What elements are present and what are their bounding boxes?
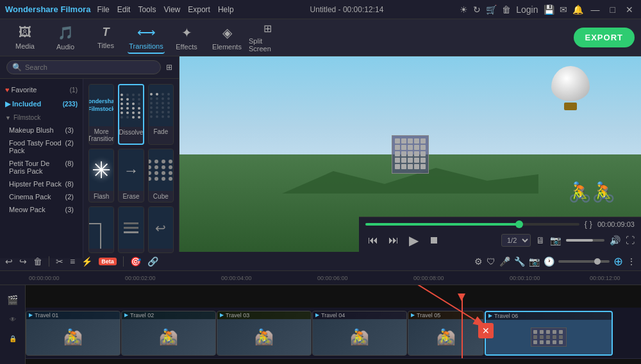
skip-back-button[interactable]: ⏮ bbox=[365, 233, 381, 247]
trash-icon[interactable]: 🗑 bbox=[502, 4, 511, 15]
timeline-transition-marker[interactable]: ✕ bbox=[478, 323, 494, 338]
sidebar-item-petit[interactable]: Petit Tour De Paris Pack (8) bbox=[0, 157, 83, 178]
track-eye-icon[interactable]: 👁 bbox=[10, 316, 16, 323]
track-label-lock[interactable]: 🔒 bbox=[0, 329, 25, 348]
clip-travel-03[interactable]: ▶ Travel 03 🚵 bbox=[217, 311, 312, 356]
cart-icon[interactable]: 🛒 bbox=[486, 4, 497, 15]
meow-label: Meow Pack bbox=[9, 206, 46, 213]
add-icon[interactable]: ⊕ bbox=[613, 254, 623, 269]
gear-icon[interactable]: ⚙ bbox=[474, 256, 483, 267]
menu-view[interactable]: View bbox=[163, 5, 180, 14]
screenshot-icon[interactable]: 📷 bbox=[550, 235, 561, 245]
snap-slider[interactable] bbox=[558, 260, 610, 263]
refresh-icon[interactable]: ↻ bbox=[473, 4, 481, 15]
sidebar-item-hipster[interactable]: Hipster Pet Pack (8) bbox=[0, 178, 83, 190]
menu-file[interactable]: File bbox=[97, 5, 109, 14]
clip-6-calendar bbox=[531, 327, 567, 347]
toolbar-transitions[interactable]: ⟷ Transitions bbox=[128, 22, 165, 54]
close-button[interactable]: ✕ bbox=[623, 4, 636, 15]
elements-icon: ◈ bbox=[222, 25, 232, 40]
transition-dissolve[interactable]: Dissolve bbox=[118, 84, 144, 145]
menu-edit[interactable]: Edit bbox=[117, 5, 131, 14]
sun-icon[interactable]: ☀ bbox=[460, 4, 468, 15]
sidebar-item-included[interactable]: ▶ Included (233) bbox=[0, 97, 83, 112]
eye-button[interactable]: 🎯 bbox=[130, 256, 141, 267]
transition-more[interactable]: WondershareFilmstock More Transition bbox=[88, 84, 114, 145]
save-icon[interactable]: 💾 bbox=[544, 4, 554, 15]
clip-6-play: ▶ bbox=[488, 313, 492, 318]
toolbar-titles[interactable]: T Titles bbox=[87, 22, 124, 54]
track-label-eye[interactable]: 👁 bbox=[0, 310, 25, 329]
play-button[interactable]: ▶ bbox=[406, 231, 421, 249]
ratio-select[interactable]: 1/2 1/1 1/4 bbox=[501, 234, 531, 247]
camera2-icon[interactable]: 📷 bbox=[529, 256, 540, 267]
tools2-icon[interactable]: 🔧 bbox=[514, 256, 525, 267]
search-box[interactable]: 🔍 bbox=[6, 60, 161, 74]
frame-back-button[interactable]: ⏭ bbox=[386, 233, 401, 247]
transition-partial2[interactable] bbox=[118, 206, 144, 253]
clip-travel-05[interactable]: ▶ Travel 05 🚵 bbox=[408, 311, 484, 356]
sidebar-item-favorite[interactable]: ♥ Favorite (1) bbox=[0, 83, 83, 97]
mail-icon[interactable]: ✉ bbox=[560, 4, 567, 15]
makeup-label: Makeup Blush bbox=[9, 126, 54, 134]
media-label: Media bbox=[15, 42, 35, 50]
transition-erase[interactable]: → Erase bbox=[118, 149, 144, 203]
delete-button[interactable]: 🗑 bbox=[33, 256, 42, 267]
clip-4-thumb: 🚵 bbox=[313, 319, 406, 355]
mic-icon[interactable]: 🎤 bbox=[499, 256, 510, 267]
fullscreen-icon[interactable]: ⛶ bbox=[626, 235, 635, 245]
shield-icon[interactable]: 🛡 bbox=[487, 256, 495, 267]
login-button[interactable]: Login bbox=[516, 4, 538, 15]
progress-thumb[interactable] bbox=[515, 220, 523, 228]
notif-icon[interactable]: 🔔 bbox=[572, 4, 583, 15]
speed-button[interactable]: ⚡ bbox=[81, 256, 92, 267]
sidebar-item-cinema[interactable]: Cinema Pack (2) bbox=[0, 190, 83, 203]
undo-button[interactable]: ↩ bbox=[5, 256, 13, 267]
magnet-button[interactable]: 🔗 bbox=[147, 256, 158, 267]
sidebar-item-meow[interactable]: Meow Pack (3) bbox=[0, 203, 83, 216]
toolbar: 🖼 Media 🎵 Audio T Titles ⟷ Transitions ✦… bbox=[0, 19, 641, 56]
clip-4-play: ▶ bbox=[315, 312, 319, 318]
audio-mix-button[interactable]: ≡ bbox=[70, 256, 75, 267]
clip-1-label: Travel 01 bbox=[35, 312, 58, 318]
transition-partial1[interactable] bbox=[88, 206, 114, 253]
cinema-label: Cinema Pack bbox=[9, 193, 51, 201]
toolbar-effects[interactable]: ✦ Effects bbox=[168, 22, 205, 54]
title-bar-left: Wondershare Filmora File Edit Tools View… bbox=[5, 4, 234, 14]
transition-partial3[interactable]: ↩ bbox=[148, 206, 174, 253]
transition-cube[interactable]: Cube bbox=[148, 149, 174, 203]
toolbar-elements[interactable]: ◈ Elements bbox=[208, 22, 246, 54]
volume-icon[interactable]: 🔊 bbox=[610, 235, 620, 245]
filmstock-section: ▼ Filmstock bbox=[0, 112, 83, 124]
maximize-button[interactable]: □ bbox=[608, 4, 618, 15]
grid-view-icon[interactable]: ⊞ bbox=[166, 63, 172, 72]
volume-slider[interactable] bbox=[566, 239, 604, 242]
menu-help[interactable]: Help bbox=[218, 5, 234, 14]
redo-button[interactable]: ↪ bbox=[19, 256, 27, 267]
clip-travel-04[interactable]: ▶ Travel 04 🚵 bbox=[312, 311, 407, 356]
toolbar-split-screen[interactable]: ⊞ Split Screen bbox=[249, 22, 286, 54]
export-button[interactable]: EXPORT bbox=[574, 28, 635, 47]
sidebar-item-makeup[interactable]: Makeup Blush (3) bbox=[0, 124, 83, 136]
clock-icon[interactable]: 🕐 bbox=[544, 256, 554, 267]
sidebar-item-food[interactable]: Food Tasty Food Pack (2) bbox=[0, 136, 83, 157]
menu-tools[interactable]: Tools bbox=[138, 5, 156, 14]
app-logo: Wondershare Filmora bbox=[5, 4, 90, 14]
stop-button[interactable]: ⏹ bbox=[426, 233, 442, 247]
clip-travel-01[interactable]: ▶ Travel 01 🚵 bbox=[26, 311, 121, 356]
toolbar-media[interactable]: 🖼 Media bbox=[6, 22, 44, 54]
monitor-icon[interactable]: 🖥 bbox=[536, 235, 545, 245]
menu-export[interactable]: Export bbox=[188, 5, 210, 14]
more-options-button[interactable]: ⋮ bbox=[627, 256, 636, 267]
search-input[interactable] bbox=[25, 63, 155, 71]
toolbar-audio[interactable]: 🎵 Audio bbox=[47, 22, 84, 54]
progress-bar[interactable] bbox=[365, 223, 579, 226]
transition-fade[interactable]: Fade bbox=[148, 84, 174, 145]
cut-button[interactable]: ✂ bbox=[56, 256, 63, 267]
clip-travel-02[interactable]: ▶ Travel 02 🚵 bbox=[121, 311, 216, 356]
more-transition-thumb: WondershareFilmstock bbox=[89, 85, 113, 126]
transition-flash[interactable]: ✳ Flash bbox=[88, 149, 114, 203]
track-lock-icon[interactable]: 🔒 bbox=[9, 335, 17, 342]
clip-travel-06[interactable]: ▶ Travel 06 bbox=[485, 311, 613, 356]
minimize-button[interactable]: — bbox=[588, 4, 603, 15]
